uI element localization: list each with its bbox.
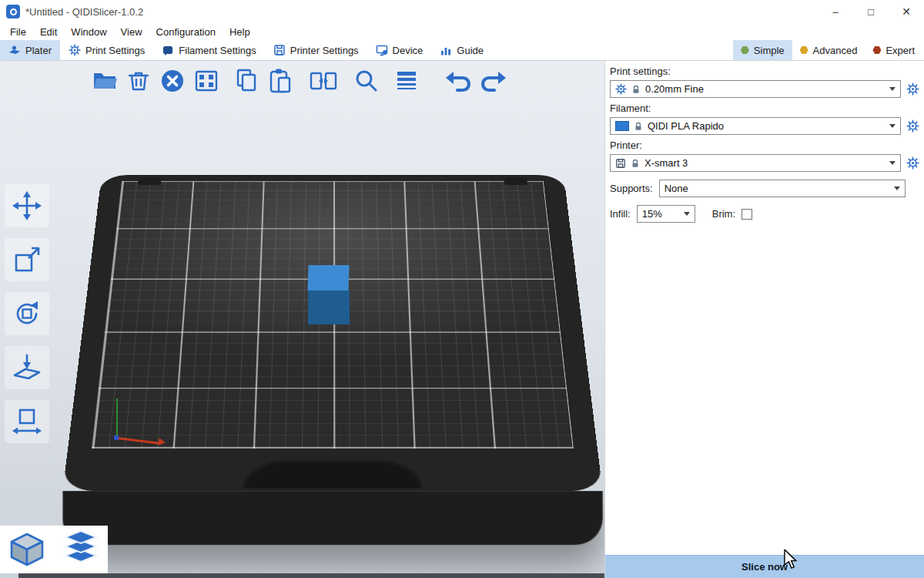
menu-view[interactable]: View xyxy=(114,25,149,39)
x-axis-arrowhead-icon xyxy=(158,438,169,447)
tab-filament-settings[interactable]: Filament Settings xyxy=(153,40,264,60)
printer-gear-button[interactable] xyxy=(906,156,919,171)
tab-guide[interactable]: Guide xyxy=(431,40,492,60)
tab-printer-settings-label: Printer Settings xyxy=(290,45,359,56)
delete-button[interactable] xyxy=(123,66,154,96)
print-settings-gear-button[interactable] xyxy=(906,82,919,97)
minimize-button[interactable]: – xyxy=(818,0,853,23)
gizmo-toolbar xyxy=(5,184,49,443)
chevron-down-icon xyxy=(684,212,690,216)
print-settings-label: Print settings: xyxy=(610,66,919,77)
viewport-3d[interactable] xyxy=(0,61,604,578)
move-icon xyxy=(10,189,44,223)
paste-button[interactable] xyxy=(265,66,296,96)
printer-label: Printer: xyxy=(610,139,919,151)
chevron-down-icon xyxy=(889,87,896,91)
split-button[interactable] xyxy=(308,66,339,96)
filament-icon xyxy=(162,44,174,56)
brim-checkbox[interactable] xyxy=(742,209,752,220)
expert-mode-dot-icon xyxy=(872,46,881,55)
window-title: *Untitled - QIDISlicer-1.0.2 xyxy=(25,6,143,18)
open-button[interactable] xyxy=(89,66,120,96)
infill-combo[interactable]: 15% xyxy=(637,205,695,223)
lock-icon xyxy=(631,85,641,94)
close-button[interactable]: ✕ xyxy=(889,0,924,23)
origin-marker xyxy=(114,435,119,440)
filament-label: Filament: xyxy=(610,102,919,114)
menu-edit[interactable]: Edit xyxy=(33,25,64,39)
gear-icon xyxy=(69,44,81,56)
print-settings-value: 0.20mm Fine xyxy=(645,83,704,95)
redo-button[interactable] xyxy=(477,66,508,96)
mode-advanced[interactable]: Advanced xyxy=(792,40,865,60)
slice-now-button[interactable]: Slice now xyxy=(605,555,924,578)
undo-icon xyxy=(444,66,474,96)
chevron-down-icon xyxy=(889,124,896,128)
device-icon xyxy=(376,44,388,56)
undo-button[interactable] xyxy=(444,66,474,96)
view-toggle-group xyxy=(0,526,108,573)
tab-printer-settings[interactable]: Printer Settings xyxy=(265,40,367,60)
main-area: Print settings: 0.20mm Fine xyxy=(0,61,924,578)
print-settings-combo[interactable]: 0.20mm Fine xyxy=(610,80,901,98)
arrange-icon xyxy=(191,66,222,96)
infill-value: 15% xyxy=(642,208,662,220)
model-cube-front[interactable] xyxy=(308,291,350,324)
settings-sidebar: Print settings: 0.20mm Fine xyxy=(604,61,924,578)
mode-simple-label: Simple xyxy=(754,45,785,56)
supports-label: Supports: xyxy=(610,183,653,194)
y-axis-line xyxy=(116,398,118,439)
preview-view-button[interactable] xyxy=(54,526,108,573)
lock-icon xyxy=(631,159,640,168)
tab-device[interactable]: Device xyxy=(367,40,432,60)
chevron-down-icon xyxy=(889,161,896,165)
height-range-button[interactable] xyxy=(5,400,49,443)
gear-icon xyxy=(906,82,919,96)
supports-combo[interactable]: None xyxy=(659,180,906,197)
variable-layer-height-button[interactable] xyxy=(391,66,422,96)
mode-expert-label: Expert xyxy=(886,45,915,56)
move-button[interactable] xyxy=(5,184,49,227)
copy-icon xyxy=(231,66,262,96)
model-cube-top[interactable] xyxy=(307,265,349,291)
filament-combo[interactable]: QIDI PLA Rapido xyxy=(610,117,901,135)
rotate-button[interactable] xyxy=(5,292,49,335)
copy-button[interactable] xyxy=(231,66,262,96)
scene-toolbar xyxy=(89,66,508,96)
supports-value: None xyxy=(665,183,688,194)
delete-all-icon xyxy=(157,66,188,96)
bed-front-face xyxy=(62,491,602,545)
window-controls: – □ ✕ xyxy=(818,0,924,23)
tab-plater[interactable]: Plater xyxy=(0,40,60,60)
mode-expert[interactable]: Expert xyxy=(865,40,922,60)
tab-filament-settings-label: Filament Settings xyxy=(179,45,256,56)
filament-gear-button[interactable] xyxy=(906,119,919,134)
delete-icon xyxy=(123,66,154,96)
printer-value: X-smart 3 xyxy=(644,157,688,169)
title-bar: *Untitled - QIDISlicer-1.0.2 – □ ✕ xyxy=(0,0,924,23)
advanced-mode-dot-icon xyxy=(800,46,808,55)
scale-button[interactable] xyxy=(5,238,49,281)
editor-view-button[interactable] xyxy=(0,526,54,573)
guide-icon xyxy=(440,44,452,56)
mode-simple[interactable]: Simple xyxy=(733,40,792,60)
cube-view-icon xyxy=(7,529,47,570)
tab-print-settings[interactable]: Print Settings xyxy=(60,40,153,60)
arrange-button[interactable] xyxy=(191,66,222,96)
menu-bar: File Edit Window View Configuration Help xyxy=(0,23,924,40)
bed-handle-notch xyxy=(243,459,423,489)
app-logo-icon xyxy=(6,5,20,18)
printer-combo[interactable]: X-smart 3 xyxy=(610,154,901,172)
mode-selector: Simple Advanced Expert xyxy=(733,40,924,60)
place-on-face-button[interactable] xyxy=(5,346,49,389)
menu-window[interactable]: Window xyxy=(64,25,113,39)
delete-all-button[interactable] xyxy=(157,66,188,96)
menu-file[interactable]: File xyxy=(3,25,33,39)
plater-icon xyxy=(8,44,21,56)
tab-device-label: Device xyxy=(393,45,424,56)
redo-icon xyxy=(477,66,508,96)
search-button[interactable] xyxy=(351,66,382,96)
maximize-button[interactable]: □ xyxy=(853,0,889,23)
menu-configuration[interactable]: Configuration xyxy=(149,25,223,39)
menu-help[interactable]: Help xyxy=(223,25,257,39)
